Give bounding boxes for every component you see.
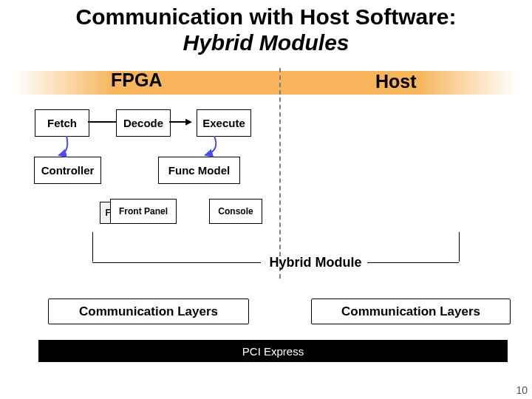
arrow-execute-funcmodel <box>205 136 242 158</box>
console-box: Console <box>209 199 262 224</box>
controller-label: Controller <box>41 164 95 177</box>
comm-layers-right-box: Communication Layers <box>311 299 511 324</box>
front-panel-label: Front Panel <box>119 206 168 216</box>
execute-label: Execute <box>202 117 245 129</box>
title-line2: Hybrid Modules <box>183 30 349 55</box>
front-panel-box: Front Panel <box>110 199 177 224</box>
pci-express-bar: PCI Express <box>38 340 508 362</box>
fpga-host-divider <box>279 68 281 279</box>
decode-label: Decode <box>123 117 163 129</box>
arrow-fetch-decode <box>88 121 116 123</box>
hybrid-module-label: Hybrid Module <box>264 255 367 270</box>
host-heading: Host <box>375 71 417 92</box>
page-number: 10 <box>516 384 528 396</box>
header-gradient-band <box>15 71 517 95</box>
decode-box: Decode <box>116 109 171 137</box>
comm-layers-left-label: Communication Layers <box>79 304 218 319</box>
hybrid-bracket-top-right <box>367 262 459 263</box>
func-model-label: Func Model <box>168 164 230 177</box>
hybrid-bracket-top-left <box>92 262 261 263</box>
comm-layers-right-label: Communication Layers <box>341 304 480 319</box>
controller-box: Controller <box>34 157 101 184</box>
page-title: Communication with Host Software: Hybrid… <box>0 4 532 55</box>
hybrid-bracket-right <box>458 232 460 262</box>
hybrid-bracket-left <box>92 232 94 262</box>
fpga-heading: FPGA <box>111 69 162 91</box>
comm-layers-left-box: Communication Layers <box>48 299 249 324</box>
fetch-box: Fetch <box>35 109 89 137</box>
title-line1: Communication with Host Software: <box>75 4 456 29</box>
arrow-decode-execute-head: ▸ <box>185 115 192 128</box>
arrow-fetch-controller <box>59 136 111 158</box>
fetch-label: Fetch <box>47 117 77 129</box>
func-model-box: Func Model <box>158 157 240 184</box>
console-label: Console <box>218 206 253 216</box>
pci-express-label: PCI Express <box>242 345 304 358</box>
execute-box: Execute <box>197 109 251 137</box>
